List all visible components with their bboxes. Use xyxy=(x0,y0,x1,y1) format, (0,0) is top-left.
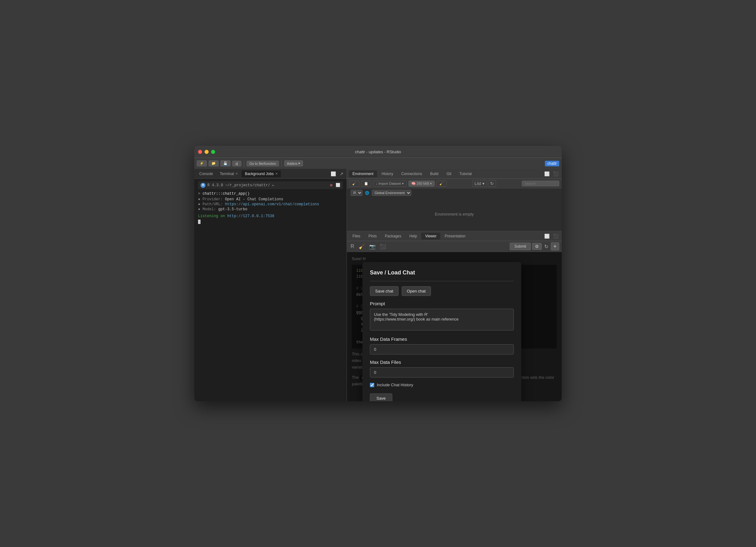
max-frames-label: Max Data Frames xyxy=(370,337,514,342)
r-env-select[interactable]: R xyxy=(351,190,362,196)
main-toolbar: ⚡ 📁 💾 🖨 Go to file/function Addins ▾ cha… xyxy=(194,158,562,169)
max-files-label: Max Data Files xyxy=(370,360,514,365)
title-bar: chattr - updates - RStudio xyxy=(194,146,562,158)
tab-tutorial[interactable]: Tutorial xyxy=(456,170,475,177)
chat-area: Sure! H libra libra # Load data(m # Crea… xyxy=(347,252,562,401)
viewer-stop-btn[interactable]: ⬛ xyxy=(379,243,387,250)
console-cursor-line xyxy=(198,219,343,225)
maximize-console-btn[interactable]: ⬜ xyxy=(336,183,340,187)
global-env-select[interactable]: Global Environment xyxy=(372,190,411,196)
tab-terminal[interactable]: Terminal ✕ xyxy=(217,170,241,177)
console-command-chattr: > chattr:::chattr_app() xyxy=(198,191,343,196)
stop-r-btn[interactable]: ⊗ xyxy=(330,182,333,188)
prompt-label: Prompt xyxy=(370,301,514,306)
console-cursor xyxy=(198,219,201,224)
save-chat-btn[interactable]: Save chat xyxy=(370,286,399,296)
viewer-broom-btn[interactable]: 🧹 xyxy=(357,243,366,250)
env-tab-bar: Environment History Connections Build Gi… xyxy=(347,169,562,179)
tab-viewer[interactable]: Viewer xyxy=(421,233,440,239)
tab-files[interactable]: Files xyxy=(349,233,364,239)
console-path-bar: R R 4.3.0 ~/r_projects/chattr/ ✏ ⊗ ⬜ xyxy=(198,181,343,189)
env-list-btn[interactable]: 📋 xyxy=(361,181,371,186)
env-tab-actions: ⬜ ⬛ xyxy=(543,171,560,177)
minimize-viewer-btn[interactable]: ⬜ xyxy=(543,233,551,239)
toolbar-sep-1 xyxy=(244,160,244,167)
minimize-button[interactable] xyxy=(205,150,209,154)
modal-action-row: Save chat Open chat xyxy=(370,286,514,296)
env-empty-message: Environment is empty xyxy=(347,197,562,231)
prompt-textarea[interactable]: Use the 'Tidy Modeling with R' (https://… xyxy=(370,309,514,331)
tab-presentation[interactable]: Presentation xyxy=(441,233,469,239)
open-chat-btn[interactable]: Open chat xyxy=(402,286,431,296)
popout-left-btn[interactable]: ↗ xyxy=(338,171,345,177)
r-icon: R xyxy=(201,183,206,188)
submit-btn[interactable]: Submit xyxy=(510,243,531,250)
close-background-jobs-icon[interactable]: ✕ xyxy=(275,172,278,175)
maximize-viewer-btn[interactable]: ⬛ xyxy=(552,233,560,239)
tab-help[interactable]: Help xyxy=(406,233,421,239)
toolbar-btn-2[interactable]: 📁 xyxy=(209,160,219,166)
addins-btn[interactable]: Addins ▾ xyxy=(284,160,303,166)
go-to-file-btn[interactable]: Go to file/function xyxy=(247,161,279,166)
tab-environment[interactable]: Environment xyxy=(349,170,377,177)
env-broom2-btn[interactable]: 🧹 xyxy=(437,181,447,186)
toolbar-btn-1[interactable]: ⚡ xyxy=(197,160,207,166)
refresh-viewer-btn[interactable]: ↻ xyxy=(543,243,550,250)
viewer-tab-bar: Files Plots Packages Help Viewer xyxy=(347,231,562,241)
minimize-env-btn[interactable]: ⬜ xyxy=(543,171,551,177)
toolbar-btn-4[interactable]: 🖨 xyxy=(232,161,241,166)
max-files-input[interactable] xyxy=(370,367,514,378)
tab-build[interactable]: Build xyxy=(426,170,442,177)
close-button[interactable] xyxy=(198,150,202,154)
new-chat-btn[interactable]: + xyxy=(551,242,559,250)
viewer-tab-actions: ⬜ ⬛ xyxy=(543,233,560,239)
modal-title: Save / Load Chat xyxy=(370,269,514,276)
env-broom-btn[interactable]: 🧹 xyxy=(349,181,359,186)
close-terminal-icon[interactable]: ✕ xyxy=(235,172,238,175)
tab-packages[interactable]: Packages xyxy=(381,233,405,239)
right-panel: Environment History Connections Build Gi… xyxy=(347,169,562,401)
modal-save-btn[interactable]: Save xyxy=(370,394,392,401)
console-info-model: ● Model: gpt-3.5-turbo xyxy=(198,207,343,211)
left-tab-actions: ⬜ ↗ xyxy=(329,171,345,177)
viewer-panel: Files Plots Packages Help Viewer xyxy=(347,231,562,401)
include-history-row: Include Chat History xyxy=(370,383,514,387)
tab-git[interactable]: Git xyxy=(443,170,455,177)
toolbar-btn-3[interactable]: 💾 xyxy=(220,160,230,166)
environment-panel: Environment History Connections Build Gi… xyxy=(347,169,562,231)
maximize-env-btn[interactable]: ⬛ xyxy=(552,171,560,177)
global-env-label: 🌐 xyxy=(365,191,369,195)
tab-background-jobs[interactable]: Background Jobs ✕ xyxy=(242,170,281,177)
modal-divider xyxy=(370,281,514,281)
import-dataset-btn[interactable]: ↓ Import Dataset ▾ xyxy=(373,181,407,186)
window-title: chattr - updates - RStudio xyxy=(355,149,401,154)
env-refresh-btn[interactable]: ↻ xyxy=(488,180,496,187)
list-dropdown-btn[interactable]: List ▾ xyxy=(472,180,487,187)
console-content: R R 4.3.0 ~/r_projects/chattr/ ✏ ⊗ ⬜ > c… xyxy=(194,179,347,401)
save-load-chat-modal: Save / Load Chat Save chat Open chat Pro… xyxy=(362,262,521,401)
tab-history[interactable]: History xyxy=(378,170,397,177)
rstudio-window: chattr - updates - RStudio ⚡ 📁 💾 🖨 Go to… xyxy=(194,146,562,401)
maximize-left-btn[interactable]: ⬜ xyxy=(329,171,337,177)
chattr-badge: chattr xyxy=(545,161,559,166)
toolbar-sep-2 xyxy=(281,160,282,167)
env-search-input[interactable] xyxy=(522,181,559,186)
tab-plots[interactable]: Plots xyxy=(365,233,380,239)
edit-path-icon[interactable]: ✏ xyxy=(272,183,274,187)
include-history-checkbox[interactable] xyxy=(370,383,374,387)
viewer-toolbar: R 🧹 📷 ⬛ Submit ⚙ ↻ + xyxy=(347,241,562,252)
env-toolbar: 🧹 📋 ↓ Import Dataset ▾ 🧠 280 MiB ▾ 🧹 Lis… xyxy=(347,179,562,188)
env-nav-btns: List ▾ ↻ xyxy=(472,180,496,187)
r-path-text: R 4.3.0 ~/r_projects/chattr/ xyxy=(207,183,270,187)
include-history-label: Include Chat History xyxy=(377,383,413,387)
global-env-bar: R 🌐 Global Environment xyxy=(347,188,562,197)
tab-connections[interactable]: Connections xyxy=(398,170,426,177)
tab-console[interactable]: Console xyxy=(196,170,216,177)
max-frames-input[interactable] xyxy=(370,344,514,355)
viewer-nav-btns: Submit ⚙ ↻ + xyxy=(510,242,559,250)
viewer-r-icon[interactable]: R xyxy=(349,243,356,249)
maximize-button[interactable] xyxy=(211,150,215,154)
settings-btn[interactable]: ⚙ xyxy=(532,243,542,250)
viewer-camera-btn[interactable]: 📷 xyxy=(368,243,377,250)
modal-overlay: Save / Load Chat Save chat Open chat Pro… xyxy=(347,252,562,401)
